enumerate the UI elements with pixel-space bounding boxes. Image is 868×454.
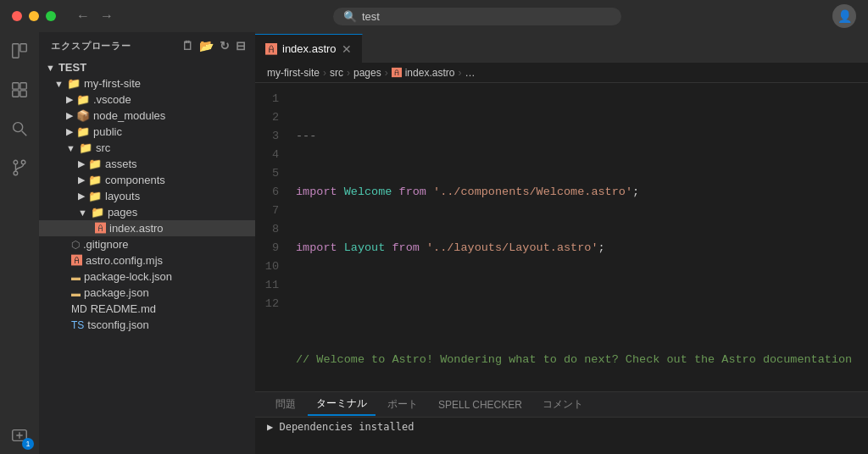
svg-point-8 (14, 160, 18, 164)
activity-bar: 1 (0, 32, 39, 454)
chevron-down-icon: ▼ (66, 143, 75, 153)
editor-tab-index-astro[interactable]: 🅰 index.astro ✕ (255, 34, 363, 63)
breadcrumb-sep: › (323, 67, 326, 79)
close-button[interactable] (12, 11, 22, 21)
search-icon[interactable] (8, 117, 31, 141)
tree-item-label: assets (105, 158, 137, 170)
panel-tab-problems[interactable]: 問題 (267, 394, 304, 415)
tree-item-label: .vscode (93, 93, 131, 106)
tree-item-package-lock[interactable]: ▬ package-lock.json (39, 269, 255, 285)
astro-file-icon: 🅰 (265, 42, 277, 56)
chevron-right-icon: ▶ (66, 110, 73, 121)
tab-bar: 🅰 index.astro ✕ (255, 32, 868, 63)
account-button[interactable]: 👤 (832, 4, 856, 28)
svg-rect-4 (13, 91, 19, 97)
tree-item-astro-config[interactable]: 🅰 astro.config.mjs (39, 252, 255, 269)
tab-close-button[interactable]: ✕ (342, 42, 352, 56)
tree-item-label: index.astro (109, 222, 164, 235)
code-line-2: import Welcome from '../components/Welco… (289, 183, 868, 202)
tree-item-label: README.md (91, 302, 156, 315)
tree-item-tsconfig[interactable]: TS tsconfig.json (39, 317, 255, 333)
tree-item-components[interactable]: ▶ 📁 components (39, 172, 255, 188)
tree-item-assets[interactable]: ▶ 📁 assets (39, 156, 255, 172)
tree-item-pages[interactable]: ▼ 📁 pages (39, 204, 255, 220)
sidebar-header: エクスプローラー 🗒 📂 ↻ ⊟ (39, 32, 255, 59)
svg-rect-5 (20, 91, 26, 97)
breadcrumb-file[interactable]: index.astro (405, 67, 455, 79)
panel-tab-spellchecker[interactable]: SPELL CHECKER (430, 396, 531, 414)
panel-content: ▶ Dependencies installed (255, 418, 868, 454)
collapse-action[interactable]: ⊟ (236, 39, 247, 53)
tree-item-gitignore[interactable]: ⬡ .gitignore (39, 236, 255, 252)
breadcrumb-sep: › (458, 67, 461, 79)
chevron-right-icon: ▶ (78, 158, 85, 169)
svg-rect-1 (20, 44, 26, 52)
panel-tab-comments[interactable]: コメント (534, 394, 592, 415)
breadcrumb-ellipsis[interactable]: … (465, 67, 475, 79)
svg-point-10 (14, 171, 18, 175)
breadcrumb-root[interactable]: my-first-site (267, 67, 320, 79)
panel-tabs: 問題 ターミナル ポート SPELL CHECKER コメント (255, 392, 868, 418)
breadcrumb-pages[interactable]: pages (353, 67, 381, 79)
extensions-icon[interactable] (8, 78, 31, 102)
bottom-panel: 問題 ターミナル ポート SPELL CHECKER コメント ▶ Depend… (255, 391, 868, 454)
search-bar: 🔍 (122, 8, 832, 25)
window-controls (0, 11, 68, 21)
back-button[interactable]: ← (73, 7, 93, 25)
tree-item-label: components (105, 174, 165, 186)
refresh-action[interactable]: ↻ (220, 39, 231, 53)
code-line-1: --- (289, 127, 868, 146)
search-wrapper[interactable]: 🔍 (333, 8, 621, 25)
tree-item-node-modules[interactable]: ▶ 📦 node_modules (39, 108, 255, 124)
tree-item-label: astro.config.mjs (86, 254, 163, 267)
remote-explorer-icon[interactable]: 1 (8, 424, 31, 447)
tree-item-index-astro[interactable]: 🅰 index.astro (39, 220, 255, 236)
breadcrumb-sep: › (347, 67, 350, 79)
tree-item-label: layouts (105, 190, 140, 202)
search-input[interactable] (362, 10, 582, 23)
maximize-button[interactable] (46, 11, 56, 21)
breadcrumb: my-first-site › src › pages › 🅰 index.as… (255, 63, 868, 83)
tree-item-public[interactable]: ▶ 📁 public (39, 124, 255, 140)
chevron-right-icon: ▶ (66, 94, 73, 105)
tree-item-vscode[interactable]: ▶ 📁 .vscode (39, 91, 255, 108)
code-editor[interactable]: 1 2 3 4 5 6 7 8 9 10 11 12 --- import We… (255, 83, 868, 391)
code-content[interactable]: --- import Welcome from '../components/W… (289, 83, 868, 391)
new-file-action[interactable]: 🗒 (181, 39, 194, 53)
chevron-down-icon: ▼ (78, 208, 87, 218)
tree-item-label: pages (108, 206, 137, 219)
chevron-right-icon: ▶ (78, 174, 85, 185)
breadcrumb-src[interactable]: src (330, 67, 343, 79)
chevron-right-icon: ▶ (78, 191, 85, 202)
minimize-button[interactable] (29, 11, 39, 21)
git-icon[interactable] (8, 156, 31, 180)
tree-item-layouts[interactable]: ▶ 📁 layouts (39, 188, 255, 204)
tab-label: index.astro (282, 42, 337, 55)
tree-item-label: package-lock.json (84, 270, 172, 283)
line-numbers: 1 2 3 4 5 6 7 8 9 10 11 12 (255, 83, 289, 391)
svg-line-7 (22, 131, 27, 136)
tree-root-header[interactable]: ▼ TEST (39, 59, 255, 75)
chevron-down-icon: ▼ (54, 79, 64, 89)
tree-item-package-json[interactable]: ▬ package.json (39, 285, 255, 301)
sidebar: エクスプローラー 🗒 📂 ↻ ⊟ ▼ TEST ▼ 📁 my-first-sit… (39, 32, 255, 454)
explorer-icon[interactable] (8, 39, 31, 63)
sidebar-title: エクスプローラー (51, 40, 131, 53)
tree-item-label: node_modules (93, 109, 165, 122)
breadcrumb-sep: › (385, 67, 388, 79)
panel-tab-ports[interactable]: ポート (379, 394, 426, 415)
new-folder-action[interactable]: 📂 (199, 39, 214, 53)
tree-item-label: .gitignore (83, 238, 128, 251)
tree-item-label: package.json (84, 286, 149, 299)
code-line-5: // Welcome to Astro! Wondering what to d… (289, 351, 868, 369)
tree-item-src[interactable]: ▼ 📁 src (39, 140, 255, 156)
navigation-buttons: ← → (68, 7, 122, 25)
breadcrumb-file-icon: 🅰 (392, 67, 402, 79)
forward-button[interactable]: → (97, 7, 117, 25)
tree-item-my-first-site[interactable]: ▼ 📁 my-first-site (39, 75, 255, 91)
panel-tab-terminal[interactable]: ターミナル (308, 393, 376, 416)
svg-point-9 (21, 160, 25, 164)
tree-item-label: my-first-site (84, 77, 141, 90)
sidebar-actions: 🗒 📂 ↻ ⊟ (181, 39, 247, 53)
tree-item-readme[interactable]: MD README.md (39, 301, 255, 317)
